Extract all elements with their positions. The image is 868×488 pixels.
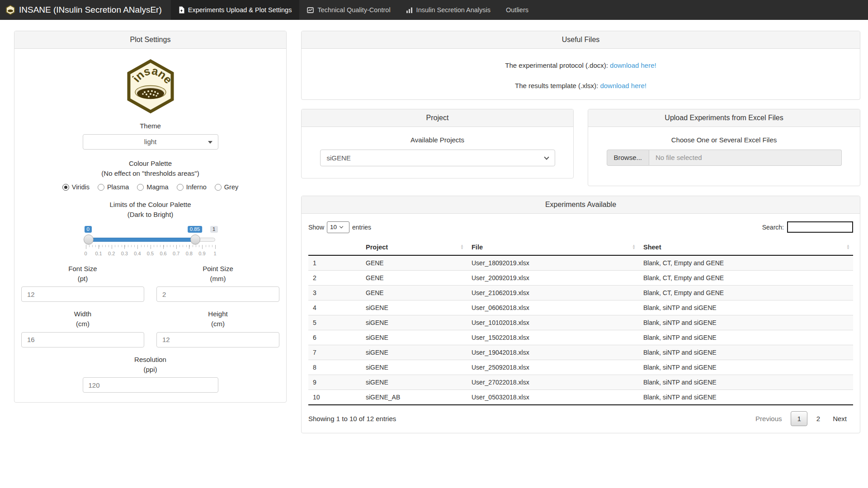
protocol-download-link[interactable]: download here! [610, 61, 656, 69]
tab-outliers[interactable]: Outliers [498, 0, 536, 20]
font-size-label: Font Size [21, 264, 144, 274]
radio-label: Grey [224, 183, 238, 191]
table-row[interactable]: 2GENEUser_20092019.xlsxBlank, CT, Empty … [308, 270, 853, 285]
plot-settings-panel: Plot Settings insane [14, 31, 287, 403]
col-sheet[interactable]: Sheet▲▼ [639, 239, 853, 255]
show-label: Show [308, 224, 324, 231]
tab-technical-qc[interactable]: Technical Quality-Control [299, 0, 398, 20]
next-page-button[interactable]: Next [826, 411, 853, 426]
tab-experiments-upload[interactable]: Experiments Upload & Plot Settings [171, 0, 300, 20]
tab-label: Experiments Upload & Plot Settings [188, 6, 292, 14]
tab-label: Insulin Secretion Analysis [416, 6, 491, 14]
radio-label: Viridis [72, 183, 90, 191]
file-upload-icon [179, 6, 184, 14]
table-info: Showing 1 to 10 of 12 entries [308, 415, 396, 422]
table-row[interactable]: 10siGENE_ABUser_05032018.xlsxBlank, siNT… [308, 389, 853, 405]
palette-label: Colour Palette [21, 159, 279, 169]
palette-option-inferno[interactable]: Inferno [177, 183, 207, 191]
page-length-value: 10 [330, 224, 337, 230]
table-row[interactable]: 8siGENEUser_25092018.xlsxBlank, siNTP an… [308, 360, 853, 375]
insane-logo: insane [126, 59, 175, 115]
height-label: Height [156, 309, 279, 319]
entries-label: entries [352, 224, 371, 231]
file-selected-field[interactable]: No file selected [649, 150, 841, 166]
previous-page-button[interactable]: Previous [749, 411, 788, 426]
project-select-value: siGENE [327, 154, 351, 162]
width-unit: (cm) [21, 319, 144, 329]
app-brand[interactable]: INSANE (INsulin Secretion ANalysEr) [0, 0, 169, 20]
radio-icon [215, 184, 222, 191]
plot-settings-title: Plot Settings [14, 31, 286, 49]
project-panel: Project Available Projects siGENE [301, 109, 574, 178]
radio-label: Magma [146, 183, 168, 191]
page-1-button[interactable]: 1 [791, 411, 807, 426]
palette-option-magma[interactable]: Magma [137, 183, 168, 191]
useful-files-panel: Useful Files The experimental protocol (… [301, 31, 860, 100]
tick-label: 0.6 [160, 251, 166, 256]
tick-label: 1 [213, 251, 216, 256]
tick-label: 0.5 [147, 251, 154, 256]
radio-checked-icon [62, 184, 69, 191]
table-row[interactable]: 7siGENEUser_19042018.xlsxBlank, siNTP an… [308, 345, 853, 360]
palette-note: (No effect on "thresholds areas") [21, 169, 279, 178]
choose-files-label: Choose One or Several Excel Files [595, 135, 853, 145]
palette-limits-slider[interactable]: 0 0.85 1 [86, 226, 215, 255]
slider-handle-from[interactable] [84, 235, 94, 244]
template-download-link[interactable]: download here! [600, 82, 646, 89]
point-size-label: Point Size [156, 264, 279, 274]
slider-handle-to[interactable] [190, 235, 200, 244]
navbar-tabs: Experiments Upload & Plot Settings Techn… [171, 0, 536, 20]
resolution-unit: (ppi) [83, 365, 218, 375]
limits-note: (Dark to Bright) [21, 210, 279, 220]
tick-label: 0.2 [108, 251, 115, 256]
tick-label: 0.4 [134, 251, 141, 256]
chevron-down-icon [544, 155, 549, 160]
radio-icon [177, 184, 184, 191]
col-project[interactable]: Project▲▼ [361, 239, 467, 255]
table-row[interactable]: 6siGENEUser_15022018.xlsxBlank, siNTP an… [308, 330, 853, 345]
table-row[interactable]: 3GENEUser_21062019.xlsxBlank, CT, Empty … [308, 285, 853, 300]
slider-max-label: 1 [210, 226, 217, 233]
page-2-button[interactable]: 2 [810, 411, 826, 426]
available-projects-label: Available Projects [308, 135, 566, 145]
table-row[interactable]: 4siGENEUser_06062018.xlsxBlank, siNTP an… [308, 300, 853, 315]
slider-grid: 0 0.1 0.2 0.3 0.4 0.5 0.6 0.7 0.8 0.9 1 [86, 245, 215, 257]
point-size-input[interactable] [156, 286, 279, 302]
width-input[interactable] [21, 332, 144, 347]
theme-select[interactable]: light [83, 134, 218, 150]
radio-icon [98, 184, 104, 191]
point-size-unit: (mm) [156, 274, 279, 284]
resolution-label: Resolution [83, 355, 218, 365]
search-label: Search: [762, 224, 784, 231]
insane-logo-image: insane [126, 59, 175, 113]
height-input[interactable] [156, 332, 279, 347]
table-row[interactable]: 5siGENEUser_10102018.xlsxBlank, siNTP an… [308, 315, 853, 330]
font-size-input[interactable] [21, 286, 144, 302]
palette-option-grey[interactable]: Grey [215, 183, 238, 191]
table-row[interactable]: 1GENEUser_18092019.xlsxBlank, CT, Empty … [308, 255, 853, 271]
app-title: INSANE (INsulin Secretion ANalysEr) [19, 5, 162, 15]
tick-label: 0.8 [186, 251, 193, 256]
template-line: The results template (.xlsx): download h… [308, 82, 853, 89]
slider-track[interactable] [86, 238, 215, 242]
col-file[interactable]: File▲▼ [467, 239, 639, 255]
slider-bar [86, 238, 195, 242]
theme-select-value: light [144, 138, 157, 145]
project-select[interactable]: siGENE [320, 150, 555, 166]
radio-icon [137, 184, 144, 191]
tick-label: 0.9 [198, 251, 205, 256]
theme-label: Theme [21, 121, 279, 131]
palette-option-viridis[interactable]: Viridis [62, 183, 90, 191]
tab-label: Outliers [506, 6, 528, 14]
page-length-select[interactable]: 10 [327, 221, 349, 233]
insane-hexagon-icon [6, 5, 15, 15]
resolution-input[interactable] [83, 377, 218, 393]
search-input[interactable] [787, 221, 853, 233]
bar-chart-icon [406, 7, 413, 13]
table-row[interactable]: 9siGENEUser_27022018.xlsxBlank, siNTP an… [308, 375, 853, 389]
palette-option-plasma[interactable]: Plasma [98, 183, 129, 191]
slider-labels: 0 0.85 1 [86, 226, 215, 235]
chevron-down-icon [340, 225, 343, 228]
tab-insulin-secretion[interactable]: Insulin Secretion Analysis [398, 0, 498, 20]
browse-button[interactable]: Browse... [607, 150, 650, 166]
